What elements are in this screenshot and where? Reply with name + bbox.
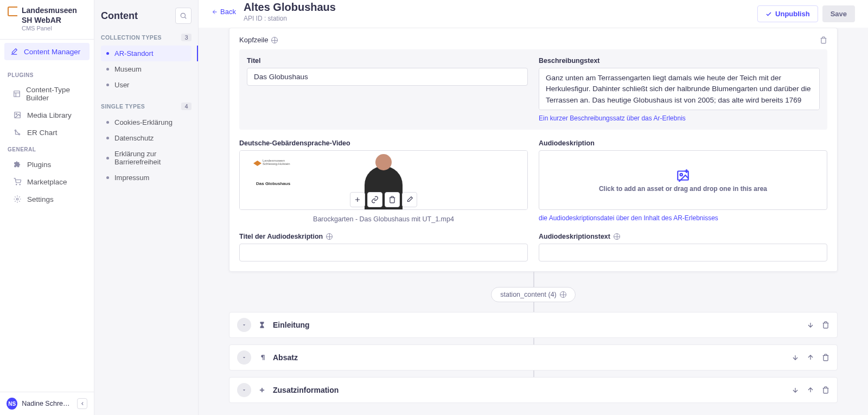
image-plus-icon [676,168,690,182]
nav-settings[interactable]: Settings [8,190,86,208]
plus-icon [258,386,266,394]
bullet-icon [106,137,109,139]
bullet-icon [106,157,109,159]
beschreibung-hint: Ein kurzer Beschreibungssatz über das Ar… [539,114,820,122]
media-add-button[interactable] [350,192,365,207]
save-button[interactable]: Save [822,5,855,22]
titel-audiodeskription-label: Titel der Audiodeskription [239,233,528,240]
nav-media-library[interactable]: Media Library [8,106,86,124]
nav-content-manager[interactable]: Content Manager [4,43,90,60]
single-type-item[interactable]: Erklärung zur Barrierefreiheit [101,146,192,170]
single-count-badge: 4 [181,103,192,110]
svg-point-5 [16,184,17,185]
nav-marketplace[interactable]: Marketplace [8,173,86,190]
collection-item[interactable]: AR-Standort [101,46,192,61]
nav-content-type-builder[interactable]: Content-Type Builder [8,81,86,106]
dgs-filename: Barockgarten - Das Globushaus mit UT_1.m… [239,215,528,223]
user-avatar: NS [7,398,17,410]
collection-item[interactable]: User [101,77,192,93]
collection-types-label: COLLECTION TYPES3 [101,34,192,41]
item-label: AR-Standort [114,49,154,58]
layout-icon [13,90,21,98]
block-title: Absatz [273,353,298,362]
nav-item-label: Marketplace [27,178,67,186]
workspace-title: Landesmuseen SH WebAR [22,5,86,25]
move-down-button[interactable] [807,321,814,329]
collection-item[interactable]: Museum [101,61,192,77]
hourglass-icon [258,321,266,329]
page-header: Back Altes Globushaus API ID : station U… [199,0,868,28]
block-title: Einleitung [273,321,310,329]
audiodeskriptionstext-label: Audiodeskriptionstext [539,233,827,240]
expand-block-button[interactable] [237,350,251,365]
video-inner-title: Das Globushaus [256,181,290,186]
beschreibung-label: Beschreibungstext [539,57,820,65]
unpublish-button[interactable]: Unpublish [757,5,818,22]
general-section-label: GENERAL [8,146,86,152]
paragraph-icon [258,354,266,361]
delete-block-button[interactable] [822,354,829,361]
svg-point-7 [16,199,18,201]
collection-count-badge: 3 [181,34,192,41]
gear-icon [13,195,22,203]
audiodeskription-dropzone[interactable]: Click to add an asset or drag and drop o… [539,150,827,210]
media-link-button[interactable] [367,192,382,207]
audiodeskription-hint: die Audiodeskriptionsdatei über den Inha… [539,214,827,222]
item-label: Cookies-Erklärung [114,118,173,126]
bullet-icon [106,176,109,179]
workspace-header: Landesmuseen SH WebAR CMS Panel [0,0,94,35]
dgs-video-preview[interactable]: LandesmuseenSchleswig-Holstein Das Globu… [239,150,528,210]
panel-title: Kopfzeile [239,36,278,44]
content-sidebar-title: Content [101,10,138,22]
svg-point-4 [18,134,20,135]
media-delete-button[interactable] [385,192,400,207]
single-type-item[interactable]: Cookies-Erklärung [101,114,192,130]
image-icon [13,111,22,119]
titel-audiodeskription-input[interactable] [239,244,528,261]
search-button[interactable] [175,8,192,24]
puzzle-icon [13,160,22,169]
back-button[interactable]: Back [212,0,236,16]
button-label: Save [831,10,847,18]
titel-input[interactable] [247,68,528,86]
bullet-icon [106,52,109,55]
nav-item-label: Settings [27,195,54,203]
media-edit-button[interactable] [402,192,417,207]
move-up-button[interactable] [807,386,814,394]
single-types-label: SINGLE TYPES4 [101,103,192,110]
move-up-button[interactable] [807,354,814,361]
kopfzeile-panel: Kopfzeile Titel Beschreibungstext Ein ku… [229,28,838,272]
move-down-button[interactable] [792,354,799,361]
plugins-section-label: PLUGINS [8,72,86,78]
delete-block-button[interactable] [822,386,829,394]
beschreibung-textarea[interactable] [539,68,820,110]
item-label: Datenschutz [114,134,154,142]
move-down-button[interactable] [792,386,799,394]
content-block: Einleitung [229,312,838,338]
expand-block-button[interactable] [237,318,251,332]
dgs-label: Deutsche-Gebärdensprache-Video [239,139,528,147]
api-id-label: API ID : station [244,15,336,22]
delete-block-button[interactable] [822,321,829,329]
user-name: Nadine Schrecken [22,400,73,407]
edit-icon [10,47,18,56]
station-content-divider: station_content (4) [229,287,838,302]
audiodeskriptionstext-input[interactable] [539,244,827,261]
globe-icon [326,233,333,240]
svg-point-10 [680,174,682,176]
content-block: Zusatzinformation [229,377,838,403]
globe-icon [560,291,566,298]
single-type-item[interactable]: Datenschutz [101,130,192,146]
audiodeskription-label: Audiodeskription [539,139,827,147]
nav-er-chart[interactable]: ER Chart [8,124,86,141]
cart-icon [13,177,22,186]
nav-plugins[interactable]: Plugins [8,156,86,173]
video-logo-icon [253,161,261,166]
collapse-sidebar-button[interactable] [77,398,87,409]
check-icon [765,11,772,17]
expand-block-button[interactable] [237,383,251,397]
globe-icon [614,233,620,240]
chart-icon [13,128,22,137]
single-type-item[interactable]: Impressum [101,170,192,186]
delete-component-button[interactable] [820,36,827,44]
